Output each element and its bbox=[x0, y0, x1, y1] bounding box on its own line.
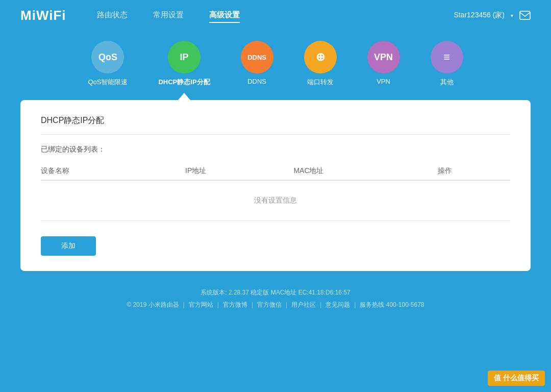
mail-icon[interactable] bbox=[519, 11, 531, 20]
footer-link-feedback[interactable]: 意见问题 bbox=[325, 299, 350, 311]
col-ip: IP地址 bbox=[185, 166, 293, 176]
footer-link-community[interactable]: 用户社区 bbox=[291, 299, 316, 311]
device-list-label: 已绑定的设备列表： bbox=[41, 145, 510, 154]
brand-logo: MiWiFi bbox=[20, 8, 66, 23]
vpn-label: VPN bbox=[377, 78, 390, 85]
footer: 系统版本: 2.28.37 稳定版 MAC地址 EC:41:18:D6:16:5… bbox=[0, 286, 551, 311]
footer-link-weibo[interactable]: 官方微博 bbox=[223, 299, 247, 311]
footer-copyright: © 2019 小米路由器 bbox=[127, 299, 179, 311]
nav-status[interactable]: 路由状态 bbox=[97, 8, 128, 23]
col-action: 操作 bbox=[438, 166, 510, 176]
icon-nav-dhcp[interactable]: IP DHCP静态IP分配 bbox=[158, 41, 210, 100]
table-header: 设备名称 IP地址 MAC地址 操作 bbox=[41, 162, 510, 181]
vpn-icon-circle: VPN bbox=[367, 41, 400, 74]
header: MiWiFi 路由状态 常用设置 高级设置 Star123456 (家) ▾ bbox=[0, 0, 551, 31]
icon-nav-ddns[interactable]: DDNS DDNS bbox=[241, 41, 273, 96]
dhcp-icon-circle: IP bbox=[168, 41, 201, 74]
other-icon-circle: ≡ bbox=[431, 41, 463, 74]
dhcp-label: DHCP静态IP分配 bbox=[158, 78, 210, 87]
footer-link-wechat[interactable]: 官方微信 bbox=[257, 299, 282, 311]
active-indicator bbox=[178, 93, 190, 100]
watermark: 值 什么值得买 bbox=[488, 371, 545, 386]
other-label: 其他 bbox=[440, 78, 454, 87]
main-content: DHCP静态IP分配 已绑定的设备列表： 设备名称 IP地址 MAC地址 操作 … bbox=[20, 100, 531, 271]
qos-icon-circle: QoS bbox=[91, 41, 124, 74]
col-device-name: 设备名称 bbox=[41, 166, 185, 176]
ddns-icon-circle: DDNS bbox=[241, 41, 273, 74]
port-icon-circle: ⊕ bbox=[304, 41, 337, 74]
section-title: DHCP静态IP分配 bbox=[41, 115, 510, 135]
nav-common[interactable]: 常用设置 bbox=[153, 8, 184, 23]
col-mac: MAC地址 bbox=[293, 166, 438, 176]
icon-nav-vpn[interactable]: VPN VPN bbox=[367, 41, 400, 96]
footer-link-hotline: 服务热线 400-100-5678 bbox=[360, 299, 424, 311]
icon-nav-port[interactable]: ⊕ 端口转发 bbox=[304, 41, 337, 98]
header-right: Star123456 (家) ▾ bbox=[454, 11, 531, 20]
main-nav: 路由状态 常用设置 高级设置 bbox=[97, 8, 454, 23]
table-empty-message: 没有设置信息 bbox=[41, 181, 510, 221]
ddns-label: DDNS bbox=[247, 78, 266, 85]
port-label: 端口转发 bbox=[307, 78, 334, 87]
footer-links: © 2019 小米路由器 | 官方网站 | 官方微博 | 官方微信 | 用户社区… bbox=[0, 299, 551, 311]
chevron-down-icon: ▾ bbox=[511, 13, 513, 18]
add-button[interactable]: 添加 bbox=[41, 236, 96, 256]
icon-nav: QoS QoS智能限速 IP DHCP静态IP分配 DDNS DDNS ⊕ 端口… bbox=[0, 31, 551, 100]
footer-link-website[interactable]: 官方网站 bbox=[189, 299, 213, 311]
nav-advanced[interactable]: 高级设置 bbox=[209, 8, 240, 23]
user-name[interactable]: Star123456 (家) bbox=[454, 11, 505, 20]
watermark-icon: 值 bbox=[494, 374, 501, 382]
watermark-text: 什么值得买 bbox=[503, 374, 539, 382]
icon-nav-qos[interactable]: QoS QoS智能限速 bbox=[88, 41, 128, 98]
footer-version: 系统版本: 2.28.37 稳定版 MAC地址 EC:41:18:D6:16:5… bbox=[0, 286, 551, 299]
icon-nav-other[interactable]: ≡ 其他 bbox=[431, 41, 463, 98]
svg-rect-0 bbox=[520, 11, 530, 19]
qos-label: QoS智能限速 bbox=[88, 78, 128, 87]
